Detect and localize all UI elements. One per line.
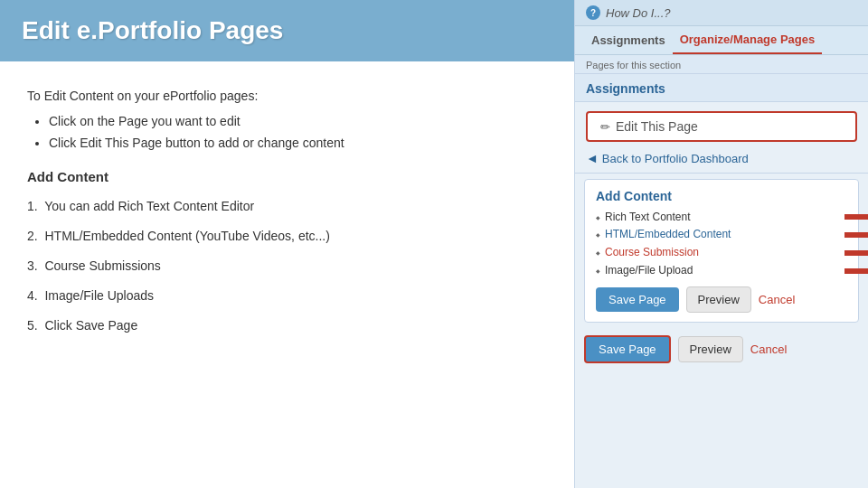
tabs-row: Assignments Organize/Manage Pages xyxy=(575,26,868,55)
svg-marker-3 xyxy=(844,263,868,279)
svg-marker-2 xyxy=(844,245,868,261)
add-content-box: Add Content ◆ Rich Text Content 1 ◆ HTML… xyxy=(584,179,859,323)
bullet-item-1: Click on the Page you want to edit xyxy=(49,111,547,133)
edit-this-page-button[interactable]: ✏ Edit This Page xyxy=(586,111,857,142)
svg-marker-1 xyxy=(844,227,868,243)
back-arrow-icon: ◄ xyxy=(586,151,599,165)
svg-marker-0 xyxy=(844,209,868,225)
how-do-i-bar: ? How Do I...? xyxy=(575,0,868,26)
preview-button-bottom[interactable]: Preview xyxy=(678,336,743,362)
arrow-2 xyxy=(844,225,868,245)
back-link[interactable]: ◄ Back to Portfolio Dashboard xyxy=(575,147,868,174)
preview-button-top[interactable]: Preview xyxy=(686,286,751,313)
numbered-item-5: 5. Click Save Page xyxy=(27,316,547,335)
back-link-text: Back to Portfolio Dashboard xyxy=(602,152,749,165)
arrow-3 xyxy=(844,243,868,263)
tab-assignments[interactable]: Assignments xyxy=(584,27,673,53)
how-do-i-text: How Do I...? xyxy=(606,6,671,20)
save-page-button-top[interactable]: Save Page xyxy=(596,287,679,312)
page-title: Edit e.Portfolio Pages xyxy=(22,16,552,45)
add-content-item-3: ◆ Course Submission 3 xyxy=(596,243,847,261)
add-content-heading: Add Content xyxy=(27,169,547,184)
add-content-item-4: ◆ Image/File Upload 4 xyxy=(596,261,847,279)
numbered-item-4: 4. Image/File Uploads xyxy=(27,286,547,305)
arrow-1 xyxy=(844,207,868,227)
bottom-save-row: Save Page Preview Cancel xyxy=(575,326,868,369)
pencil-icon: ✏ xyxy=(600,120,610,134)
bullet-list: Click on the Page you want to edit Click… xyxy=(49,111,547,155)
add-content-title: Add Content xyxy=(596,189,847,203)
cancel-link-bottom[interactable]: Cancel xyxy=(750,343,787,356)
cancel-link-top[interactable]: Cancel xyxy=(759,293,795,306)
numbered-item-1: 1. You can add Rich Text Content Editor xyxy=(27,197,547,216)
numbered-item-3: 3. Course Submissions xyxy=(27,257,547,276)
title-bar: Edit e.Portfolio Pages xyxy=(0,0,574,61)
intro-text: To Edit Content on your ePortfolio pages… xyxy=(27,87,547,106)
add-content-item-1: ◆ Rich Text Content 1 xyxy=(596,209,847,225)
save-page-button-bottom[interactable]: Save Page xyxy=(584,335,671,363)
bullet-item-2: Click Edit This Page button to add or ch… xyxy=(49,133,547,155)
right-panel: ? How Do I...? Assignments Organize/Mana… xyxy=(574,0,868,488)
edit-btn-label: Edit This Page xyxy=(616,119,698,134)
tab-organize[interactable]: Organize/Manage Pages xyxy=(673,26,823,54)
assignments-link[interactable]: Assignments xyxy=(575,74,868,102)
add-content-item-2: ◆ HTML/Embedded Content 2 xyxy=(596,225,847,243)
help-icon: ? xyxy=(586,5,600,20)
actions-row: Save Page Preview Cancel xyxy=(596,286,847,313)
arrow-4 xyxy=(844,261,868,281)
pages-section-label: Pages for this section xyxy=(575,55,868,74)
numbered-item-2: 2. HTML/Embedded Content (YouTube Videos… xyxy=(27,227,547,246)
